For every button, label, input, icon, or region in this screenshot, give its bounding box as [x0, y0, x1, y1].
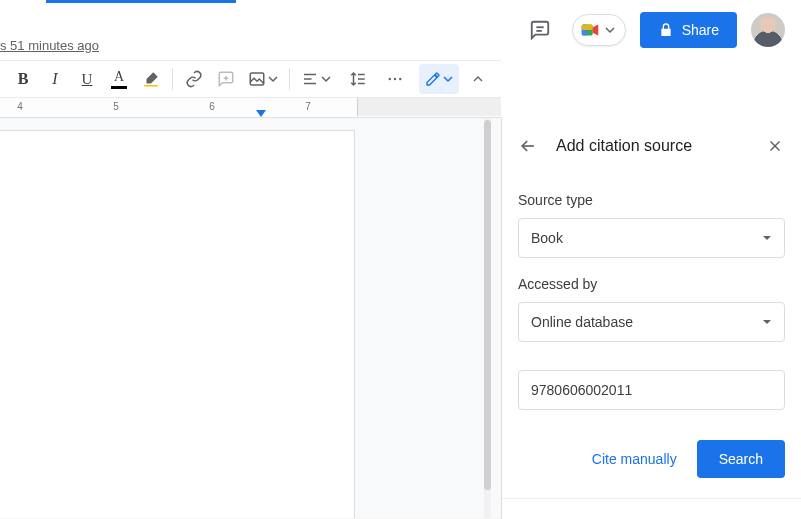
bold-button[interactable]: B [8, 64, 38, 94]
document-canvas[interactable] [0, 118, 501, 519]
citation-side-panel: Add citation source Source type Book Acc… [501, 118, 801, 519]
source-type-label: Source type [518, 192, 785, 208]
insert-image-button[interactable] [243, 64, 283, 94]
ruler-number: 7 [305, 101, 311, 112]
active-tab-underline [46, 0, 236, 3]
accessed-by-select[interactable]: Online database [518, 302, 785, 342]
share-button-label: Share [682, 22, 719, 38]
svg-point-15 [394, 78, 396, 80]
close-button[interactable] [761, 132, 789, 160]
text-color-button[interactable]: A [104, 64, 134, 94]
right-indent-marker[interactable] [256, 110, 266, 117]
back-button[interactable] [514, 132, 542, 160]
italic-button[interactable]: I [40, 64, 70, 94]
last-edit-link[interactable]: s 51 minutes ago [0, 38, 99, 53]
accessed-by-value: Online database [531, 314, 633, 330]
toolbar: B I U A [0, 60, 501, 98]
comments-icon[interactable] [522, 12, 558, 48]
ruler[interactable]: 4 5 6 7 [0, 98, 501, 118]
vertical-scrollbar[interactable] [484, 118, 491, 519]
highlight-button[interactable] [136, 64, 166, 94]
insert-link-button[interactable] [179, 64, 209, 94]
ruler-number: 6 [209, 101, 215, 112]
svg-point-14 [389, 78, 391, 80]
cite-manually-button[interactable]: Cite manually [586, 443, 683, 475]
search-button[interactable]: Search [697, 440, 785, 478]
collapse-toolbar-button[interactable] [463, 64, 493, 94]
lock-icon [658, 22, 674, 38]
more-tools-button[interactable] [380, 64, 410, 94]
underline-button[interactable]: U [72, 64, 102, 94]
meet-icon [579, 19, 601, 41]
ruler-number: 5 [113, 101, 119, 112]
isbn-search-input[interactable] [518, 370, 785, 410]
align-button[interactable] [296, 64, 336, 94]
ruler-number: 4 [17, 101, 23, 112]
close-icon [766, 137, 784, 155]
side-panel-title: Add citation source [556, 137, 747, 155]
source-type-value: Book [531, 230, 563, 246]
chevron-down-icon [762, 233, 772, 243]
meet-button[interactable] [572, 14, 626, 46]
share-button[interactable]: Share [640, 12, 737, 48]
svg-point-16 [399, 78, 401, 80]
accessed-by-label: Accessed by [518, 276, 785, 292]
line-spacing-button[interactable] [338, 64, 378, 94]
avatar[interactable] [751, 13, 785, 47]
source-type-select[interactable]: Book [518, 218, 785, 258]
arrow-left-icon [518, 136, 538, 156]
editing-mode-button[interactable] [419, 64, 459, 94]
chevron-down-icon [605, 25, 615, 35]
svg-rect-4 [581, 25, 592, 31]
page[interactable] [0, 130, 355, 519]
chevron-down-icon [762, 317, 772, 327]
add-comment-button[interactable] [211, 64, 241, 94]
